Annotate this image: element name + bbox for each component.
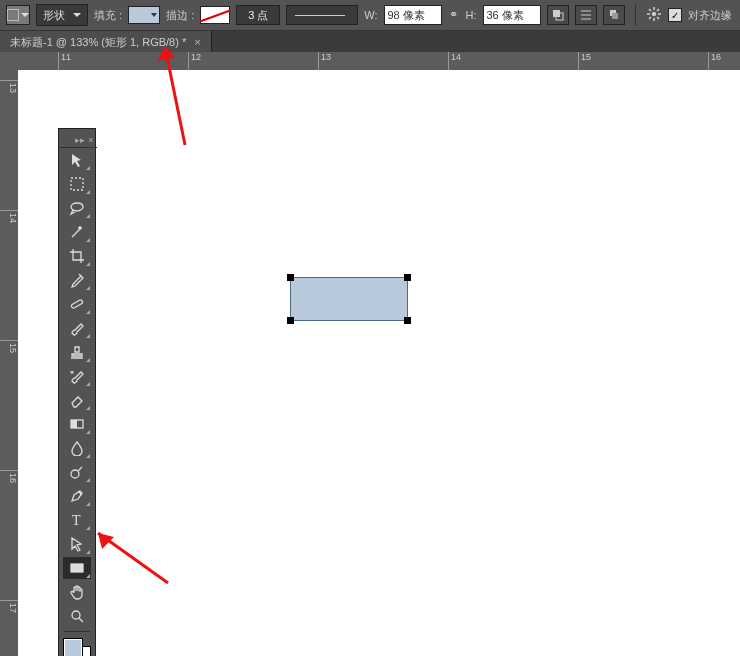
svg-point-24: [72, 611, 80, 619]
ruler-tick: 13: [0, 80, 18, 93]
stroke-label: 描边 :: [166, 8, 194, 23]
tool-preset-picker[interactable]: [6, 5, 30, 25]
height-field[interactable]: 36 像素: [483, 5, 541, 25]
transform-handle[interactable]: [287, 274, 294, 281]
brush-tool[interactable]: [63, 317, 91, 339]
svg-rect-16: [71, 178, 83, 190]
pen-tool[interactable]: [63, 485, 91, 507]
canvas[interactable]: [18, 70, 740, 656]
ruler-tick: 15: [0, 340, 18, 353]
stroke-color-picker[interactable]: [200, 6, 230, 24]
tools-panel-header[interactable]: ▸▸ ×: [58, 133, 97, 148]
svg-line-14: [649, 17, 651, 19]
ruler-tick: 11: [58, 52, 71, 70]
fill-label: 填充 :: [94, 8, 122, 23]
clone-stamp-tool[interactable]: [63, 341, 91, 363]
ruler-tick: 12: [188, 52, 201, 70]
eyedropper-tool[interactable]: [63, 269, 91, 291]
ruler-tick: 17: [0, 600, 18, 613]
crop-tool[interactable]: [63, 245, 91, 267]
magic-wand-tool[interactable]: [63, 221, 91, 243]
rectangle-shape[interactable]: [290, 277, 408, 321]
document-tab[interactable]: 未标题-1 @ 133% (矩形 1, RGB/8) * ×: [0, 31, 212, 53]
stroke-style-picker[interactable]: [286, 5, 358, 25]
svg-line-13: [657, 17, 659, 19]
svg-point-21: [71, 470, 79, 478]
tools-panel: ▸▸ × T: [58, 128, 96, 656]
fill-color-picker[interactable]: [128, 6, 160, 24]
svg-rect-20: [71, 420, 77, 428]
path-selection-tool[interactable]: [63, 533, 91, 555]
width-field[interactable]: 98 像素: [384, 5, 442, 25]
stroke-width-field[interactable]: 3 点: [236, 5, 280, 25]
ruler-tick: 13: [318, 52, 331, 70]
ruler-origin[interactable]: [0, 52, 19, 71]
ruler-tick: 15: [578, 52, 591, 70]
divider: [64, 631, 90, 632]
path-arrangement-button[interactable]: [603, 5, 625, 25]
history-brush-tool[interactable]: [63, 365, 91, 387]
type-tool[interactable]: T: [63, 509, 91, 531]
tool-mode-select[interactable]: 形状: [36, 4, 88, 26]
tool-mode-label: 形状: [43, 8, 65, 23]
eraser-tool[interactable]: [63, 389, 91, 411]
svg-text:T: T: [72, 513, 81, 528]
options-bar: 形状 填充 : 描边 : 3 点 W: 98 像素 ⚭ H: 36 像素 ✓ 对…: [0, 0, 740, 31]
height-label: H:: [466, 9, 477, 21]
ruler-tick: 16: [0, 470, 18, 483]
healing-brush-tool[interactable]: [63, 293, 91, 315]
rectangle-shape-tool[interactable]: [63, 557, 91, 579]
align-edges-label: 对齐边缘: [688, 8, 732, 23]
gradient-tool[interactable]: [63, 413, 91, 435]
ruler-tick: 14: [0, 210, 18, 223]
lasso-tool[interactable]: [63, 197, 91, 219]
move-tool[interactable]: [63, 149, 91, 171]
svg-rect-18: [71, 299, 83, 308]
color-swatches: [64, 639, 90, 656]
document-tab-strip: 未标题-1 @ 133% (矩形 1, RGB/8) * ×: [0, 31, 740, 54]
horizontal-ruler[interactable]: 11 12 13 14 15 16: [18, 52, 740, 71]
svg-rect-23: [71, 564, 83, 572]
svg-rect-6: [612, 13, 618, 19]
vertical-ruler[interactable]: 13 14 15 16 17: [0, 70, 19, 656]
width-label: W:: [364, 9, 377, 21]
svg-line-15: [657, 9, 659, 11]
collapse-icon[interactable]: ▸▸: [75, 135, 85, 145]
path-operations-button[interactable]: [547, 5, 569, 25]
zoom-tool[interactable]: [63, 605, 91, 627]
blur-tool[interactable]: [63, 437, 91, 459]
path-alignment-button[interactable]: [575, 5, 597, 25]
transform-handle[interactable]: [287, 317, 294, 324]
shape-options-gear-icon[interactable]: [646, 6, 662, 24]
ruler-tick: 16: [708, 52, 721, 70]
transform-handle[interactable]: [404, 274, 411, 281]
hand-tool[interactable]: [63, 581, 91, 603]
ruler-tick: 14: [448, 52, 461, 70]
svg-point-7: [651, 12, 655, 16]
workspace: 11 12 13 14 15 16 13 14 15 16 17: [0, 52, 740, 656]
close-icon[interactable]: ×: [194, 36, 200, 48]
separator: [635, 4, 636, 26]
transform-handle[interactable]: [404, 317, 411, 324]
close-icon[interactable]: ×: [88, 135, 93, 145]
align-edges-checkbox[interactable]: ✓: [668, 8, 682, 22]
svg-point-17: [79, 227, 80, 228]
svg-line-12: [649, 9, 651, 11]
foreground-color-swatch[interactable]: [64, 639, 82, 656]
dodge-tool[interactable]: [63, 461, 91, 483]
document-tab-title: 未标题-1 @ 133% (矩形 1, RGB/8) *: [10, 35, 186, 50]
link-dimensions-icon[interactable]: ⚭: [448, 8, 460, 22]
marquee-tool[interactable]: [63, 173, 91, 195]
